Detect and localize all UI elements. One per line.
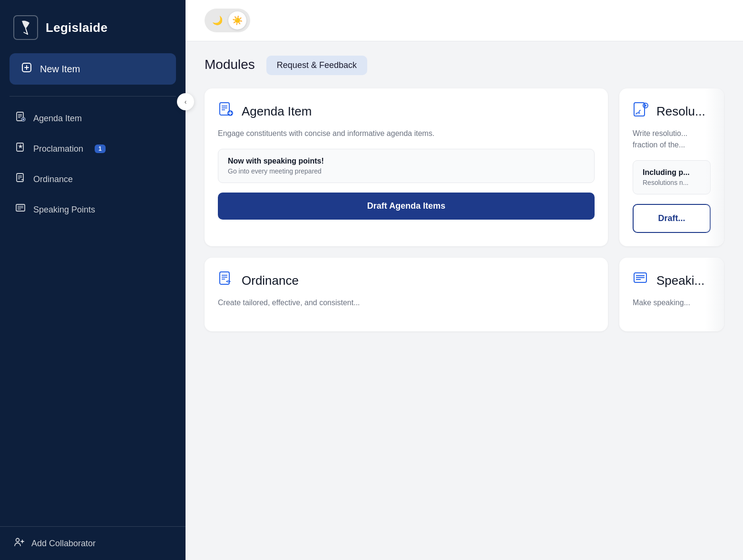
top-cards-row: Agenda Item Engage constituents with con… <box>205 88 724 246</box>
card-fade-overlay <box>705 88 724 246</box>
agenda-item-feature-box: Now with speaking points! Go into every … <box>218 149 595 183</box>
resolution-card-header: Resolu... <box>633 102 711 121</box>
new-item-icon <box>21 62 32 76</box>
sidebar-item-label-speaking-points: Speaking Points <box>33 205 95 215</box>
ordinance-card-icon <box>218 271 234 290</box>
draft-agenda-items-button[interactable]: Draft Agenda Items <box>218 193 595 220</box>
moon-icon[interactable]: 🌙 <box>208 11 226 29</box>
agenda-item-card-title: Agenda Item <box>242 104 312 119</box>
resolution-feature-desc: Resolutions n... <box>643 179 701 186</box>
sidebar-item-ordinance[interactable]: Ordinance <box>6 165 180 193</box>
header: 🌙 ☀️ <box>186 0 743 41</box>
ordinance-card-desc: Create tailored, effective, and consiste… <box>218 297 595 309</box>
resolution-card-icon <box>633 102 649 121</box>
proclamation-badge: 1 <box>95 145 106 153</box>
sidebar-bottom: Add Collaborator <box>0 526 186 560</box>
logo-text: Legislaide <box>46 20 108 35</box>
agenda-item-card-desc: Engage constituents with concise and inf… <box>218 128 595 139</box>
ordinance-card-header: Ordinance <box>218 271 595 290</box>
tab-request-feedback[interactable]: Request & Feedback <box>266 56 367 75</box>
tabs-bar: Modules Request & Feedback <box>205 56 724 75</box>
speaking-points-fade <box>705 258 724 331</box>
speaking-points-card-icon <box>633 271 649 290</box>
speaking-points-card-title: Speaki... <box>656 273 704 288</box>
sidebar: Legislaide New Item <box>0 0 186 560</box>
tab-modules[interactable]: Modules <box>205 57 255 74</box>
sidebar-item-label-ordinance: Ordinance <box>33 174 73 184</box>
resolution-card-title: Resolu... <box>656 104 705 119</box>
ordinance-card-title: Ordinance <box>242 273 299 288</box>
agenda-item-icon <box>15 112 26 125</box>
nav-items: Agenda Item Proclamation 1 <box>0 104 186 526</box>
sidebar-item-speaking-points[interactable]: Speaking Points <box>6 195 180 224</box>
resolution-feature-title: Including p... <box>643 168 701 177</box>
sidebar-item-proclamation[interactable]: Proclamation 1 <box>6 135 180 163</box>
new-item-button[interactable]: New Item <box>10 53 176 85</box>
sidebar-item-agenda-item[interactable]: Agenda Item <box>6 104 180 133</box>
new-item-label: New Item <box>40 64 80 75</box>
svg-marker-9 <box>18 144 23 148</box>
agenda-item-card: Agenda Item Engage constituents with con… <box>205 88 608 246</box>
main-content: 🌙 ☀️ Modules Request & Feedback <box>186 0 743 560</box>
content-area: Modules Request & Feedback <box>186 41 743 560</box>
sidebar-collapse-button[interactable]: ‹ <box>177 93 194 110</box>
collapse-icon: ‹ <box>185 98 187 106</box>
add-collaborator-label: Add Collaborator <box>31 539 96 549</box>
logo-area: Legislaide <box>0 0 186 53</box>
speaking-points-card-header: Speaki... <box>633 271 711 290</box>
agenda-item-card-header: Agenda Item <box>218 102 595 121</box>
ordinance-icon <box>15 173 26 186</box>
add-collaborator-icon <box>13 536 25 550</box>
theme-toggle[interactable]: 🌙 ☀️ <box>205 9 250 32</box>
resolution-card-desc: Write resolutio... fraction of the... <box>633 128 711 151</box>
sun-icon[interactable]: ☀️ <box>228 11 246 29</box>
speaking-points-card: Speaki... Make speaking... <box>619 258 724 331</box>
agenda-item-feature-title: Now with speaking points! <box>228 157 585 165</box>
svg-point-18 <box>16 539 20 542</box>
add-collaborator-button[interactable]: Add Collaborator <box>13 536 172 550</box>
sidebar-item-label-proclamation: Proclamation <box>33 144 83 154</box>
sidebar-divider-top <box>10 96 176 97</box>
logo-icon <box>13 15 38 40</box>
resolution-feature-box: Including p... Resolutions n... <box>633 160 711 194</box>
speaking-points-card-desc: Make speaking... <box>633 297 711 309</box>
ordinance-card: Ordinance Create tailored, effective, an… <box>205 258 608 331</box>
bottom-cards-row: Ordinance Create tailored, effective, an… <box>205 258 724 331</box>
agenda-item-feature-desc: Go into every meeting prepared <box>228 167 585 175</box>
draft-resolutions-button[interactable]: Draft... <box>633 204 711 233</box>
agenda-item-card-icon <box>218 102 234 121</box>
sidebar-item-label-agenda: Agenda Item <box>33 114 82 124</box>
resolution-card: Resolu... Write resolutio... fraction of… <box>619 88 724 246</box>
proclamation-icon <box>15 142 26 155</box>
speaking-points-icon <box>15 203 26 216</box>
